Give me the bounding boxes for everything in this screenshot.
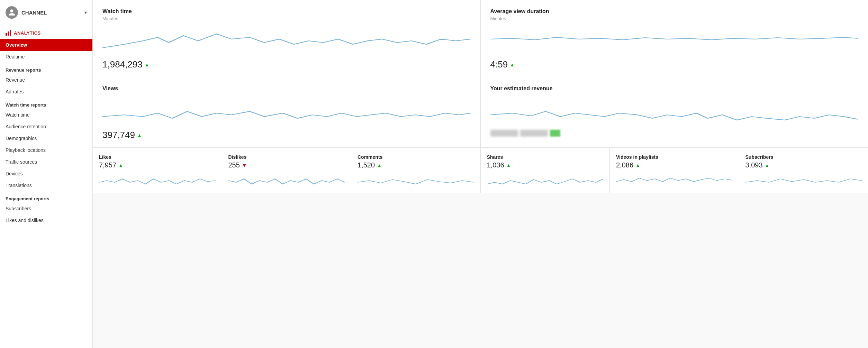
videos-in-playlists-trend-icon: ▲: [635, 163, 640, 168]
sidebar-item-ad-rates[interactable]: Ad rates: [0, 86, 92, 98]
subscribers-card: Subscribers 3,093 ▲: [739, 148, 868, 193]
watch-time-title: Watch time: [102, 8, 471, 15]
blurred-value-2: [520, 130, 548, 137]
comments-mini-chart: [358, 172, 474, 189]
views-title: Views: [102, 85, 471, 92]
sidebar-item-demographics[interactable]: Demographics: [0, 132, 92, 144]
sidebar-item-overview[interactable]: Overview: [0, 39, 92, 51]
avg-view-duration-chart: [490, 25, 859, 56]
avg-view-duration-value: 4:59 ▲: [490, 59, 859, 70]
sidebar-item-devices[interactable]: Devices: [0, 168, 92, 180]
likes-trend-icon: ▲: [118, 163, 123, 168]
sidebar-header: CHANNEL ▾: [0, 0, 92, 25]
videos-in-playlists-title: Videos in playlists: [616, 154, 733, 160]
likes-title: Likes: [99, 154, 216, 160]
analytics-label: ANALYTICS: [14, 30, 41, 36]
likes-mini-chart: [99, 172, 216, 189]
chevron-down-icon[interactable]: ▾: [84, 10, 87, 15]
sidebar-item-audience-retention[interactable]: Audience retention: [0, 121, 92, 132]
sidebar-item-playback-locations[interactable]: Playback locations: [0, 144, 92, 156]
avg-view-duration-card: Average view duration Minutes 4:59 ▲: [481, 0, 868, 77]
sidebar: CHANNEL ▾ ANALYTICS Overview Realtime Re…: [0, 0, 93, 348]
dislikes-mini-chart: [228, 172, 345, 189]
revenue-reports-section: Revenue reports: [0, 63, 92, 74]
sidebar-item-likes-dislikes[interactable]: Likes and dislikes: [0, 214, 92, 226]
engagement-reports-section: Engagement reports: [0, 191, 92, 203]
sidebar-item-translations[interactable]: Translations: [0, 180, 92, 191]
sidebar-item-realtime[interactable]: Realtime: [0, 51, 92, 63]
estimated-revenue-chart: [490, 96, 859, 127]
shares-card: Shares 1,036 ▲: [481, 148, 610, 193]
shares-trend-icon: ▲: [506, 163, 511, 168]
estimated-revenue-title: Your estimated revenue: [490, 85, 859, 92]
dislikes-title: Dislikes: [228, 154, 345, 160]
sidebar-item-subscribers[interactable]: Subscribers: [0, 203, 92, 214]
blurred-value-3: [550, 130, 560, 137]
sidebar-item-traffic-sources[interactable]: Traffic sources: [0, 156, 92, 168]
subscribers-value: 3,093 ▲: [745, 161, 862, 169]
estimated-revenue-card: Your estimated revenue: [481, 77, 868, 147]
dislikes-trend-icon: ▼: [242, 163, 247, 168]
videos-in-playlists-mini-chart: [616, 172, 733, 189]
analytics-header: ANALYTICS: [0, 25, 92, 39]
subscribers-mini-chart: [745, 172, 862, 189]
watch-time-reports-section: Watch time reports: [0, 98, 92, 109]
views-value: 397,749 ▲: [102, 130, 471, 140]
avg-view-duration-trend-icon: ▲: [510, 62, 515, 67]
views-card: Views 397,749 ▲: [93, 77, 480, 147]
comments-trend-icon: ▲: [377, 163, 382, 168]
shares-title: Shares: [487, 154, 604, 160]
main-content: Watch time Minutes 1,984,293 ▲ Average v…: [93, 0, 868, 348]
avg-view-duration-subtitle: Minutes: [490, 16, 859, 21]
comments-title: Comments: [358, 154, 474, 160]
watch-time-trend-icon: ▲: [145, 62, 150, 67]
watch-time-chart: [102, 25, 471, 56]
views-trend-icon: ▲: [137, 132, 142, 138]
subscribers-trend-icon: ▲: [765, 163, 770, 168]
likes-card: Likes 7,957 ▲: [93, 148, 222, 193]
watch-time-subtitle: Minutes: [102, 16, 471, 21]
sidebar-item-watch-time[interactable]: Watch time: [0, 109, 92, 121]
watch-time-card: Watch time Minutes 1,984,293 ▲: [93, 0, 480, 77]
subscribers-title: Subscribers: [745, 154, 862, 160]
likes-value: 7,957 ▲: [99, 161, 216, 169]
dislikes-card: Dislikes 255 ▼: [222, 148, 351, 193]
videos-in-playlists-card: Videos in playlists 2,086 ▲: [610, 148, 739, 193]
videos-in-playlists-value: 2,086 ▲: [616, 161, 733, 169]
top-cards-grid: Watch time Minutes 1,984,293 ▲ Average v…: [93, 0, 868, 148]
bar-chart-icon: [6, 30, 11, 36]
channel-name: CHANNEL: [21, 10, 84, 16]
comments-value: 1,520 ▲: [358, 161, 474, 169]
stats-grid: Likes 7,957 ▲ Dislikes 255 ▼: [93, 148, 868, 193]
avg-view-duration-title: Average view duration: [490, 8, 859, 15]
blurred-value-1: [490, 130, 518, 137]
estimated-revenue-blurred: [490, 130, 859, 137]
sidebar-item-revenue[interactable]: Revenue: [0, 74, 92, 86]
shares-mini-chart: [487, 172, 604, 189]
comments-card: Comments 1,520 ▲: [351, 148, 480, 193]
views-chart: [102, 96, 471, 127]
avatar: [6, 6, 18, 19]
dislikes-value: 255 ▼: [228, 161, 345, 169]
watch-time-value: 1,984,293 ▲: [102, 59, 471, 70]
shares-value: 1,036 ▲: [487, 161, 604, 169]
